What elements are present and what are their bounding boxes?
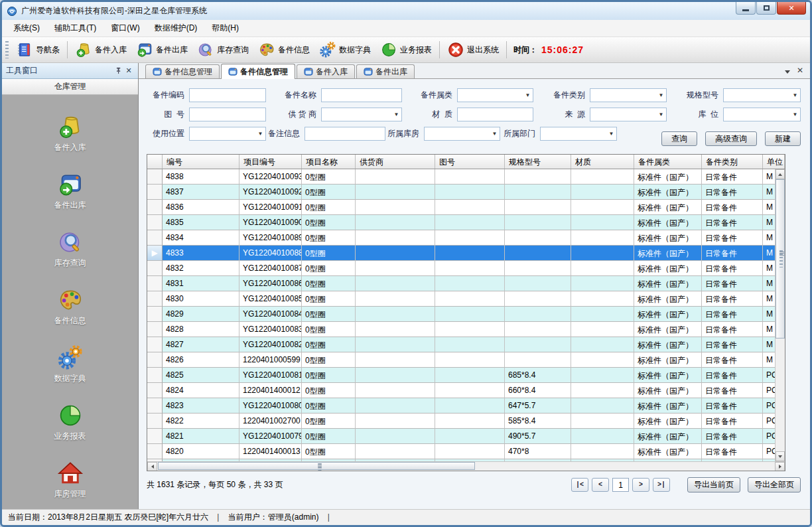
dropdown[interactable]: ▼ bbox=[457, 88, 533, 102]
table-row[interactable]: 4834YG122040100890型圈标准件（国产）日常备件M bbox=[147, 230, 785, 246]
row-selector-cell[interactable] bbox=[147, 322, 163, 337]
column-header[interactable]: 材质 bbox=[571, 155, 634, 169]
column-header[interactable]: 图号 bbox=[435, 155, 505, 169]
tab[interactable]: 备件信息管理 bbox=[145, 64, 220, 78]
dropdown[interactable]: ▼ bbox=[540, 127, 617, 141]
column-header[interactable]: 项目名称 bbox=[302, 155, 356, 169]
first-page-button[interactable]: |< bbox=[571, 478, 588, 492]
row-selector-cell[interactable] bbox=[147, 398, 163, 414]
menu-item[interactable]: 辅助工具(T) bbox=[47, 21, 103, 36]
table-row[interactable]: ▶4833YG122040100880型圈标准件（国产）日常备件M bbox=[147, 246, 785, 261]
row-selector-cell[interactable] bbox=[147, 215, 163, 230]
vertical-scroll-thumb[interactable] bbox=[776, 179, 785, 339]
toolbar-button[interactable]: 业务报表 bbox=[375, 39, 437, 60]
tab[interactable]: 备件出库 bbox=[356, 64, 415, 78]
dropdown[interactable]: ▼ bbox=[723, 88, 801, 102]
new-button[interactable]: 新建 bbox=[765, 131, 801, 146]
table-row[interactable]: 4825YG122040100810型圈685*8.4标准件（国产）日常备件PC bbox=[147, 368, 785, 383]
scroll-left-icon[interactable] bbox=[147, 462, 157, 471]
row-selector-cell[interactable] bbox=[147, 383, 163, 398]
tab[interactable]: 备件信息管理 bbox=[221, 64, 295, 79]
row-selector-cell[interactable] bbox=[147, 276, 163, 291]
menu-item[interactable]: 系统(S) bbox=[6, 21, 47, 36]
text-input[interactable] bbox=[189, 108, 266, 121]
tab[interactable]: 备件入库 bbox=[297, 64, 355, 78]
menu-item[interactable]: 帮助(H) bbox=[204, 21, 246, 36]
dropdown[interactable]: ▼ bbox=[321, 108, 402, 121]
toolbar-button[interactable]: 退出系统 bbox=[442, 39, 504, 60]
table-row[interactable]: 4832YG122040100870型圈标准件（国产）日常备件M bbox=[147, 261, 785, 276]
sidebar-item[interactable]: 库存查询 bbox=[54, 229, 86, 269]
dropdown[interactable]: ▼ bbox=[590, 108, 667, 121]
sidebar-item[interactable]: 库房管理 bbox=[54, 460, 86, 500]
row-selector-cell[interactable] bbox=[147, 307, 163, 322]
last-page-button[interactable]: >| bbox=[653, 478, 670, 492]
table-row[interactable]: 4830YG122040100850型圈标准件（国产）日常备件M bbox=[147, 291, 785, 307]
sidebar-close-icon[interactable]: ✕ bbox=[123, 66, 134, 76]
table-row[interactable]: 4829YG122040100840型圈标准件（国产）日常备件M bbox=[147, 307, 785, 322]
column-header[interactable]: 供货商 bbox=[356, 155, 435, 169]
row-selector-cell[interactable] bbox=[147, 429, 163, 444]
next-page-button[interactable]: > bbox=[632, 478, 649, 492]
row-selector-cell[interactable] bbox=[147, 200, 163, 215]
maximize-button[interactable] bbox=[756, 2, 776, 15]
column-header[interactable]: 备件属类 bbox=[634, 155, 702, 169]
toolbar-button[interactable]: 导航条 bbox=[11, 39, 64, 60]
sidebar-item[interactable]: 业务报表 bbox=[54, 402, 86, 442]
table-row[interactable]: 482412204014000120型圈660*8.4标准件（国产）日常备件PC bbox=[147, 383, 785, 398]
export-all-pages-button[interactable]: 导出全部页 bbox=[748, 477, 801, 492]
vertical-scrollbar[interactable] bbox=[775, 169, 785, 461]
column-header[interactable]: 备件类别 bbox=[702, 155, 763, 169]
toolbar-button[interactable]: 库存查询 bbox=[192, 39, 253, 60]
query-button[interactable]: 查询 bbox=[661, 131, 697, 146]
row-selector-cell[interactable] bbox=[147, 368, 163, 383]
table-row[interactable]: 4821YG122040100790型圈490*5.7标准件（国产）日常备件PC bbox=[147, 429, 785, 444]
table-row[interactable]: 4831YG122040100860型圈标准件（国产）日常备件M bbox=[147, 276, 785, 291]
dropdown[interactable]: ▼ bbox=[189, 127, 266, 141]
sidebar-item[interactable]: 数据字典 bbox=[54, 344, 86, 384]
scroll-up-icon[interactable] bbox=[776, 169, 785, 179]
advanced-query-button[interactable]: 高级查询 bbox=[705, 131, 757, 146]
chevron-down-icon[interactable] bbox=[785, 70, 790, 74]
menu-item[interactable]: 窗口(W) bbox=[103, 21, 147, 36]
sidebar-section-header[interactable]: 仓库管理 bbox=[2, 79, 138, 95]
column-header[interactable]: 规格型号 bbox=[505, 155, 571, 169]
row-selector-cell[interactable] bbox=[147, 169, 163, 185]
title-bar[interactable]: 广州爱奇迪软件科技有限公司-深田之星仓库管理系统 ✕ bbox=[2, 2, 810, 20]
table-row[interactable]: 482212204010027000型圈585*8.4标准件（国产）日常备件PC bbox=[147, 414, 785, 429]
column-header[interactable]: 单位 bbox=[763, 155, 785, 169]
table-row[interactable]: 482612204010005990型圈标准件（国产）日常备件M bbox=[147, 352, 785, 368]
prev-page-button[interactable]: < bbox=[592, 478, 609, 492]
row-selector-cell[interactable] bbox=[147, 337, 163, 352]
row-selector-cell[interactable] bbox=[147, 291, 163, 307]
close-button[interactable]: ✕ bbox=[777, 2, 806, 15]
table-row[interactable]: 4835YG122040100900型圈标准件（国产）日常备件M bbox=[147, 215, 785, 230]
text-input[interactable] bbox=[321, 88, 402, 102]
pin-icon[interactable] bbox=[113, 66, 123, 76]
sidebar-item[interactable]: 备件入库 bbox=[54, 113, 86, 153]
toolbar-grip[interactable] bbox=[5, 41, 9, 58]
row-selector-cell[interactable] bbox=[147, 185, 163, 200]
table-row[interactable]: 4838YG122040100930型圈标准件（国产）日常备件M bbox=[147, 169, 785, 185]
row-selector-cell[interactable] bbox=[147, 261, 163, 276]
table-row[interactable]: 4828YG122040100830型圈标准件（国产）日常备件M bbox=[147, 322, 785, 337]
scroll-down-icon[interactable] bbox=[776, 451, 785, 461]
scroll-right-icon[interactable] bbox=[775, 462, 785, 471]
toolbar-button[interactable]: 备件出库 bbox=[131, 39, 192, 60]
horizontal-scrollbar[interactable] bbox=[147, 461, 785, 471]
text-input[interactable] bbox=[457, 108, 533, 121]
table-row[interactable]: 4837YG122040100920型圈标准件（国产）日常备件M bbox=[147, 185, 785, 200]
dropdown[interactable]: ▼ bbox=[723, 108, 801, 121]
minimize-button[interactable] bbox=[736, 2, 756, 15]
dropdown[interactable]: ▼ bbox=[424, 127, 500, 141]
text-input[interactable] bbox=[189, 88, 266, 102]
export-current-page-button[interactable]: 导出当前页 bbox=[687, 477, 740, 492]
column-header[interactable]: 编号 bbox=[163, 155, 239, 169]
page-number-box[interactable]: 1 bbox=[612, 478, 629, 492]
toolbar-button[interactable]: 备件信息 bbox=[253, 39, 314, 60]
row-selector-cell[interactable] bbox=[147, 414, 163, 429]
sidebar-item[interactable]: 备件出库 bbox=[54, 171, 86, 211]
row-selector-cell[interactable] bbox=[147, 444, 163, 459]
row-selector-cell[interactable]: ▶ bbox=[147, 246, 163, 261]
table-row[interactable]: 4823YG122040100800型圈647*5.7标准件（国产）日常备件PC bbox=[147, 398, 785, 414]
